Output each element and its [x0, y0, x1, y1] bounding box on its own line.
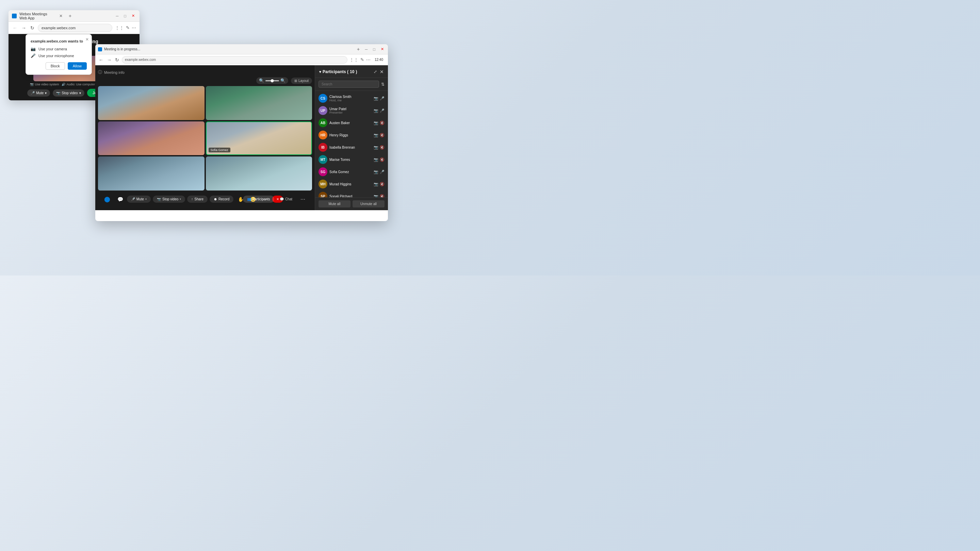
participant-item[interactable]: CSClarissa SmithHost, me📷🎤 — [315, 92, 388, 105]
forward-btn-2[interactable]: → — [106, 56, 112, 63]
stop-video-toolbar-btn[interactable]: 📷 Stop video ▾ — [153, 195, 185, 203]
tab-close-btn[interactable]: ✕ — [58, 13, 64, 19]
participant-cam-btn[interactable]: 📷 — [374, 133, 379, 137]
participant-name: Umar Patel — [329, 107, 372, 111]
meeting-controls-top: 🔍 🔍 ⊞ Layout — [98, 77, 312, 86]
popup-actions: Block Allow — [30, 62, 87, 70]
chat-toolbar-btn[interactable]: 💬 Chat — [276, 195, 296, 203]
zoom-out-btn[interactable]: 🔍 — [259, 78, 264, 83]
mute-all-btn[interactable]: Mute all — [318, 200, 350, 208]
video-person-1 — [98, 86, 205, 120]
participant-item[interactable]: MTMarise Torres📷🔇 — [315, 153, 388, 166]
unmute-all-btn[interactable]: Unmute all — [353, 200, 385, 208]
more-icon[interactable]: ⋯ — [132, 25, 136, 30]
record-toolbar-btn[interactable]: ⏺ Record — [210, 195, 234, 203]
participant-mic-btn[interactable]: 🔇 — [380, 121, 385, 125]
participant-item[interactable]: MHMurad Higgins📷🔇 — [315, 178, 388, 190]
zoom-in-btn[interactable]: 🔍 — [280, 78, 285, 83]
stop-video-btn[interactable]: 📷 Stop video ▾ — [53, 89, 84, 97]
chat-icon-btn[interactable]: 💬 — [115, 194, 125, 205]
edit-icon[interactable]: ✎ — [126, 25, 130, 30]
participant-role: Host, me — [329, 98, 372, 102]
participant-controls: 📷🔇 — [374, 194, 385, 198]
participant-cam-btn[interactable]: 📷 — [374, 96, 379, 101]
participant-avatar: IB — [318, 143, 327, 152]
win-controls-2: ─ □ ✕ — [364, 47, 385, 51]
minimize-btn-2[interactable]: ─ — [364, 47, 369, 51]
participant-mic-btn[interactable]: 🎤 — [380, 96, 385, 101]
back-btn-1[interactable]: ← — [12, 24, 18, 31]
panel-title: ▾ Participants (10) — [319, 69, 357, 74]
participant-cam-btn[interactable]: 📷 — [374, 170, 379, 174]
edit-icon-2[interactable]: ✎ — [360, 57, 364, 62]
panel-popout-btn[interactable]: ⤢ — [373, 69, 378, 75]
participant-mic-btn[interactable]: 🔇 — [380, 194, 385, 198]
participant-item[interactable]: HRHenry Riggs📷🔇 — [315, 129, 388, 141]
more-toolbar-btn[interactable]: ⋯ — [298, 194, 308, 205]
layout-btn[interactable]: ⊞ Layout — [291, 78, 312, 84]
participant-item[interactable]: SPSonali Pitchard📷🔇 — [315, 190, 388, 197]
video-icon: 📷 — [56, 91, 60, 95]
new-tab-btn-2[interactable]: ＋ — [355, 46, 362, 53]
forward-btn-1[interactable]: → — [21, 24, 27, 31]
video-toolbar-icon: 📷 — [157, 197, 161, 201]
settings-icon[interactable]: ⋮⋮ — [115, 25, 124, 30]
browser-toolbar-2: ← → ↻ example.webex.com ⋮⋮ ✎ ⋯ 12:40 — [95, 54, 388, 65]
participant-mic-btn[interactable]: 🔇 — [380, 182, 385, 186]
participant-cam-btn[interactable]: 📷 — [374, 157, 379, 162]
new-tab-btn[interactable]: ＋ — [67, 13, 73, 19]
participant-mic-btn[interactable]: 🔇 — [380, 145, 385, 150]
participant-cam-btn[interactable]: 📷 — [374, 194, 379, 198]
chat-chevron-btn[interactable]: ▾ — [128, 194, 138, 205]
video-system-btn[interactable]: 📷 Use video system — [30, 83, 59, 86]
camera-permission: 📷 Use your camera — [30, 47, 87, 51]
minimize-btn-1[interactable]: ─ — [115, 14, 120, 18]
participant-mic-btn[interactable]: 🎤 — [380, 170, 385, 174]
refresh-btn-2[interactable]: ↻ — [115, 56, 120, 63]
participant-mic-btn[interactable]: 🔇 — [380, 157, 385, 162]
zoom-control: 🔍 🔍 — [256, 77, 288, 84]
participant-item[interactable]: IBIsabella Brennan📷🔇 — [315, 141, 388, 153]
participants-toolbar-btn[interactable]: 👥 Participants — [243, 195, 274, 203]
camera-perm-text: Use your camera — [38, 47, 67, 51]
webex-logo-btn[interactable]: ⬤ — [102, 194, 112, 205]
share-toolbar-btn[interactable]: ↑ Share — [187, 195, 208, 203]
participant-cam-btn[interactable]: 📷 — [374, 145, 379, 150]
search-input[interactable] — [318, 81, 379, 88]
sort-btn[interactable]: ⇅ — [381, 82, 385, 87]
participant-mic-btn[interactable]: 🎤 — [380, 108, 385, 113]
participant-mic-btn[interactable]: 🔇 — [380, 133, 385, 137]
participant-cam-btn[interactable]: 📷 — [374, 108, 379, 113]
close-btn-2[interactable]: ✕ — [379, 47, 385, 51]
mute-chevron-toolbar: ▾ — [145, 198, 147, 201]
participant-item[interactable]: SGSofia Gomez📷🎤 — [315, 166, 388, 178]
participant-controls: 📷🎤 — [374, 96, 385, 101]
maximize-btn-2[interactable]: □ — [372, 47, 377, 51]
allow-btn[interactable]: Allow — [68, 62, 87, 70]
participant-info: Clarissa SmithHost, me — [329, 95, 372, 102]
more-icon-2[interactable]: ⋯ — [366, 57, 371, 62]
back-btn-2[interactable]: ← — [98, 56, 104, 63]
meeting-info-text[interactable]: Meeting info — [104, 70, 124, 75]
settings-icon-2[interactable]: ⋮⋮ — [350, 57, 358, 62]
address-bar-2[interactable]: example.webex.com — [122, 56, 347, 64]
tab-title-2: Meeting is in progress... — [104, 47, 140, 51]
mute-btn[interactable]: 🎤 Mute ▾ — [27, 89, 50, 97]
block-btn[interactable]: Block — [46, 62, 65, 70]
address-bar-1[interactable]: example.webex.com — [38, 24, 112, 32]
refresh-btn-1[interactable]: ↻ — [30, 24, 35, 31]
maximize-btn-1[interactable]: □ — [123, 14, 127, 18]
video-person-3 — [98, 121, 205, 156]
participant-item[interactable]: ABAusten Baker📷🔇 — [315, 117, 388, 129]
close-btn-1[interactable]: ✕ — [130, 14, 136, 18]
popup-close-btn[interactable]: ✕ — [86, 37, 89, 42]
video-cell-6 — [206, 156, 312, 191]
zoom-slider[interactable] — [266, 80, 279, 81]
panel-footer: Mute all Unmute all — [315, 197, 388, 210]
panel-close-btn[interactable]: ✕ — [380, 69, 384, 75]
participant-cam-btn[interactable]: 📷 — [374, 121, 379, 125]
participant-item[interactable]: UPUmar PatelPresenter📷🎤 — [315, 105, 388, 117]
toolbar-right: 👥 Participants 💬 Chat ⋯ — [243, 194, 308, 205]
participant-avatar: MH — [318, 179, 327, 189]
participant-cam-btn[interactable]: 📷 — [374, 182, 379, 186]
